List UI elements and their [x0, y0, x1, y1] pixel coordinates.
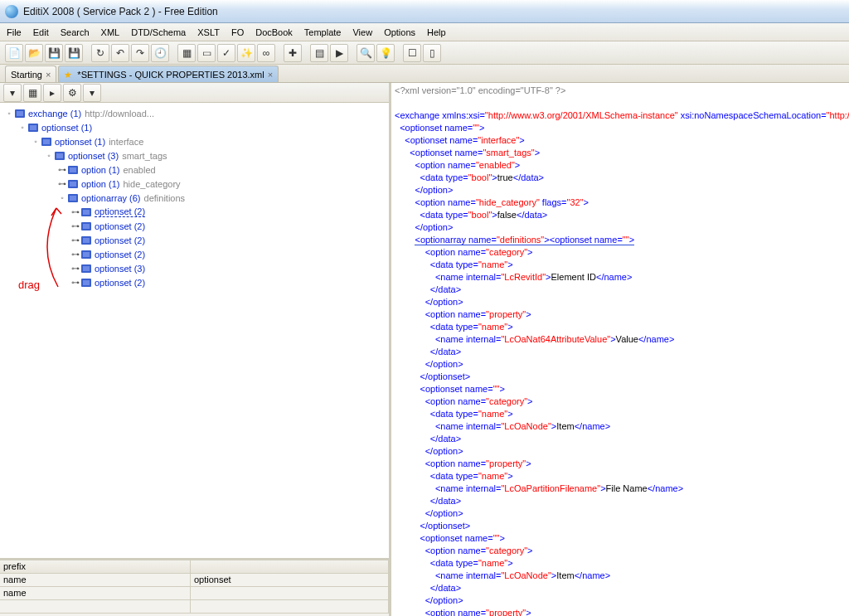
menu-xslt[interactable]: XSLT: [197, 27, 220, 37]
history-icon[interactable]: 🕘: [151, 44, 169, 62]
tree-dropdown-icon[interactable]: ▾: [83, 84, 101, 102]
element-icon: [68, 180, 78, 188]
element-icon: [81, 264, 91, 273]
tree-node-icon[interactable]: ▦: [23, 84, 41, 102]
menu-edit[interactable]: Edit: [33, 27, 49, 37]
tree-node[interactable]: ◦optionarray (6)definitions: [2, 191, 387, 205]
left-pane: ▾ ▦ ▸ ⚙ ▾ ◦exchange (1)http://download..…: [0, 83, 391, 616]
tab-starting[interactable]: Starting ×: [5, 65, 56, 82]
tree-node[interactable]: ◦exchange (1)http://download...: [2, 106, 387, 120]
menu-file[interactable]: File: [7, 27, 22, 37]
table-header: prefix: [0, 560, 389, 574]
element-icon: [81, 250, 91, 259]
element-icon: [81, 236, 91, 245]
tree-view[interactable]: ◦exchange (1)http://download... ◦options…: [0, 103, 389, 558]
attr-name: name: [0, 587, 191, 599]
doc-icon[interactable]: ▤: [310, 44, 328, 62]
table-row[interactable]: name: [0, 587, 389, 600]
element-icon: [41, 138, 51, 146]
tab-settings[interactable]: ★ *SETTINGS - QUICK PROPERTIES 2013.xml …: [58, 65, 279, 82]
close-icon[interactable]: ×: [268, 70, 273, 80]
tree-node[interactable]: ◦optionset (1)interface: [2, 134, 387, 148]
left-toolbar: ▾ ▦ ▸ ⚙ ▾: [0, 83, 389, 103]
new-file-icon[interactable]: 📄: [5, 44, 23, 62]
tree-node[interactable]: ⊶option (1)enabled: [2, 162, 387, 177]
undo-icon[interactable]: ↶: [111, 44, 129, 62]
workarea: ▾ ▦ ▸ ⚙ ▾ ◦exchange (1)http://download..…: [0, 83, 849, 616]
attr-name: name: [0, 574, 191, 586]
tree-expand-icon[interactable]: ▸: [43, 84, 61, 102]
table-row[interactable]: name optionset: [0, 574, 389, 587]
element-icon: [68, 194, 78, 202]
tree-config-icon[interactable]: ⚙: [63, 84, 81, 102]
tree-node[interactable]: ⊶optionset (3): [2, 261, 387, 275]
tab-label: *SETTINGS - QUICK PROPERTIES 2013.xml: [77, 70, 264, 80]
app-icon: [5, 5, 18, 18]
wizard-icon[interactable]: ✨: [237, 44, 255, 62]
source-editor[interactable]: <?xml version="1.0" encoding="UTF-8" ?> …: [391, 83, 849, 616]
refresh-icon[interactable]: ↻: [91, 44, 109, 62]
split-v-icon[interactable]: ▯: [423, 44, 441, 62]
element-icon: [81, 279, 91, 287]
attr-value: optionset: [191, 574, 389, 586]
menu-view[interactable]: View: [352, 27, 372, 37]
col-header: prefix: [0, 560, 191, 573]
tree-node[interactable]: ⊶option (1)hide_category: [2, 177, 387, 191]
page-icon[interactable]: ▭: [197, 44, 216, 62]
col-header: [191, 560, 389, 573]
redo-icon[interactable]: ↷: [131, 44, 149, 62]
open-folder-icon[interactable]: 📂: [25, 44, 43, 62]
menu-options[interactable]: Options: [384, 27, 415, 37]
attributes-panel: prefix name optionset name: [0, 558, 389, 616]
element-icon: [55, 152, 65, 160]
element-icon: [81, 208, 91, 216]
menu-help[interactable]: Help: [427, 27, 446, 37]
grid-icon[interactable]: ▦: [177, 44, 196, 62]
element-icon: [68, 166, 78, 174]
tree-node[interactable]: ⊶optionset (2): [2, 275, 387, 289]
tabbar: Starting × ★ *SETTINGS - QUICK PROPERTIE…: [0, 65, 849, 83]
tree-node[interactable]: ⊶optionset (2): [2, 247, 387, 261]
saveall-icon[interactable]: 💾: [65, 44, 83, 62]
menu-template[interactable]: Template: [304, 27, 342, 37]
titlebar: EditiX 2008 ( Service Pack 2 ) - Free Ed…: [0, 0, 849, 23]
menubar: File Edit Search XML DTD/Schema XSLT FO …: [0, 23, 849, 41]
split-h-icon[interactable]: ☐: [403, 44, 421, 62]
tree-node[interactable]: ⊶optionset (2): [2, 205, 387, 219]
xml-declaration: <?xml version="1.0" encoding="UTF-8" ?>: [395, 85, 565, 95]
element-icon: [15, 109, 25, 118]
menu-docbook[interactable]: DocBook: [255, 27, 293, 37]
run-icon[interactable]: ▶: [330, 44, 348, 62]
tree-node[interactable]: ⊶optionset (2): [2, 219, 387, 233]
tree-node[interactable]: ◦optionset (3)smart_tags: [2, 148, 387, 162]
close-icon[interactable]: ×: [46, 70, 51, 80]
element-icon: [81, 222, 91, 230]
menu-fo[interactable]: FO: [231, 27, 244, 37]
tab-label: Starting: [11, 70, 42, 80]
link-icon[interactable]: ∞: [257, 44, 275, 62]
bulb-icon[interactable]: 💡: [376, 44, 395, 62]
attr-value: [191, 587, 389, 599]
save-icon[interactable]: 💾: [45, 44, 63, 62]
tree-node[interactable]: ⊶optionset (2): [2, 233, 387, 247]
window-title: EditiX 2008 ( Service Pack 2 ) - Free Ed…: [23, 6, 218, 17]
tree-node[interactable]: ◦optionset (1): [2, 120, 387, 134]
main-toolbar: 📄 📂 💾 💾 ↻ ↶ ↷ 🕘 ▦ ▭ ✓ ✨ ∞ ✚ ▤ ▶ 🔍 💡 ☐ ▯: [0, 41, 849, 65]
validate-icon[interactable]: ✓: [217, 44, 235, 62]
tree-collapse-icon[interactable]: ▾: [3, 84, 22, 102]
find-icon[interactable]: 🔍: [357, 44, 375, 62]
table-row[interactable]: [0, 600, 389, 614]
menu-search[interactable]: Search: [61, 27, 90, 37]
menu-xml[interactable]: XML: [101, 27, 120, 37]
menu-dtd[interactable]: DTD/Schema: [131, 27, 186, 37]
element-icon: [28, 124, 38, 132]
plus-icon[interactable]: ✚: [284, 44, 302, 62]
star-icon: ★: [64, 70, 74, 80]
